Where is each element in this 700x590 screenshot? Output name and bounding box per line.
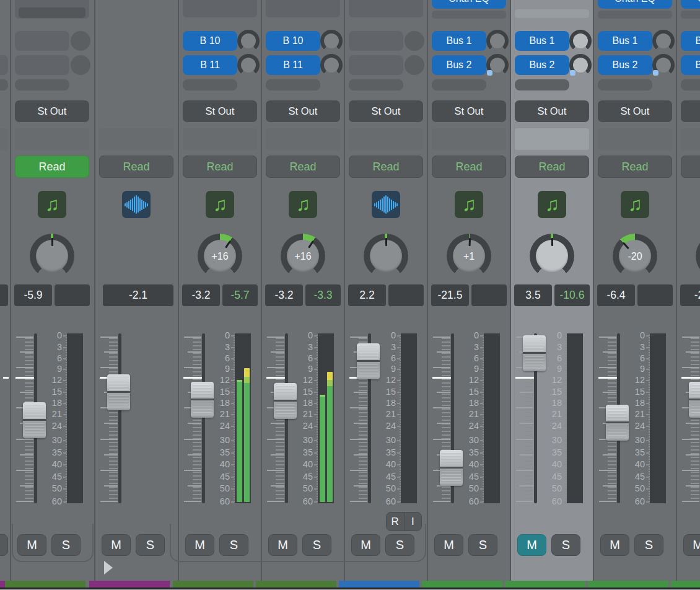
plugin-slot-chan-eq[interactable]: Chan EQ [432, 0, 506, 9]
track-name-box[interactable] [0, 128, 8, 150]
mute-button[interactable]: M [434, 534, 463, 556]
send-slot[interactable]: Bus 2 [681, 55, 700, 75]
output-button[interactable]: St Out [183, 100, 257, 122]
send-empty-slot[interactable] [15, 55, 69, 75]
track-icon-audio[interactable] [122, 191, 151, 218]
track-name-box[interactable] [598, 128, 672, 150]
plugin-empty-slot[interactable] [515, 9, 589, 18]
fader-cap[interactable] [689, 382, 700, 418]
output-button[interactable]: St Out [432, 100, 506, 122]
track-name-box[interactable] [183, 128, 257, 150]
solo-button[interactable]: S [634, 534, 663, 556]
automation-read-button[interactable]: Read [598, 156, 672, 178]
automation-read-button[interactable]: Read [349, 156, 423, 178]
send-half-slot[interactable] [266, 79, 320, 90]
automation-read-button[interactable]: Read [99, 156, 173, 178]
send-slot[interactable]: B 10 [266, 31, 320, 51]
automation-read-button[interactable]: Read [15, 156, 89, 178]
track-icon-midi[interactable]: ♫ [38, 191, 66, 218]
mute-button[interactable]: M [683, 534, 700, 556]
output-button[interactable]: St Out [266, 100, 340, 122]
send-half-slot[interactable] [15, 79, 69, 90]
automation-read-button[interactable]: Read [681, 156, 700, 178]
audio-fx-slot-box[interactable] [266, 0, 340, 17]
plugin-slot-chan-eq[interactable]: Chan EQ [681, 0, 700, 9]
send-knob[interactable] [486, 30, 509, 52]
fader-cap[interactable] [606, 405, 629, 441]
send-slot[interactable]: Bus 1 [681, 31, 700, 51]
send-half-slot[interactable] [183, 79, 237, 90]
peak-value[interactable] [55, 284, 90, 306]
volume-value[interactable]: -2.1 [103, 284, 173, 306]
automation-read-button[interactable]: Read [515, 156, 589, 178]
send-half-slot[interactable] [432, 79, 486, 90]
automation-read-button[interactable]: Read [183, 156, 257, 178]
send-half-slot[interactable] [681, 79, 700, 90]
peak-value[interactable]: -3.3 [305, 284, 341, 306]
send-slot[interactable]: B 11 [183, 55, 237, 75]
plugin-slot-chan-eq[interactable]: Chan EQ [598, 0, 672, 9]
output-button[interactable]: St Out [515, 100, 589, 122]
send-knob[interactable] [652, 54, 675, 76]
send-empty-slot[interactable] [349, 31, 403, 51]
peak-value[interactable] [388, 284, 424, 306]
send-knob[interactable] [237, 30, 260, 52]
send-slot[interactable]: Bus 2 [515, 55, 569, 75]
send-slot[interactable]: Bus 2 [432, 55, 486, 75]
peak-value[interactable]: -5.7 [222, 284, 258, 306]
send-slot[interactable]: Bus 2 [598, 55, 652, 75]
send-empty-knob[interactable] [405, 55, 424, 75]
plugin-empty-slot[interactable] [432, 11, 506, 19]
send-empty-slot[interactable] [0, 55, 8, 75]
send-empty-slot[interactable] [15, 31, 69, 51]
peak-value[interactable]: -10.6 [554, 284, 590, 306]
track-icon-midi[interactable]: ♫ [289, 191, 317, 218]
track-icon-midi[interactable]: ♫ [538, 191, 566, 218]
fader-cap[interactable] [523, 335, 546, 371]
volume-value[interactable]: -6.4 [597, 284, 635, 306]
send-knob[interactable] [569, 54, 592, 76]
plugin-empty-slot[interactable] [681, 11, 700, 19]
track-name-box[interactable] [349, 128, 423, 150]
send-half-slot[interactable] [515, 79, 569, 90]
peak-value[interactable] [471, 284, 507, 306]
solo-button[interactable] [0, 534, 8, 556]
send-knob[interactable] [237, 54, 260, 76]
fader-cap[interactable] [440, 450, 463, 486]
volume-value[interactable]: -3.2 [182, 284, 220, 306]
track-name-box[interactable] [515, 128, 589, 150]
send-half-slot[interactable] [349, 79, 403, 90]
output-button[interactable]: St Out [598, 100, 672, 122]
send-slot[interactable]: B 10 [183, 31, 237, 51]
fader-cap[interactable] [191, 382, 214, 418]
send-half-slot[interactable] [598, 79, 652, 90]
audio-fx-empty-slot[interactable] [19, 7, 85, 18]
send-empty-knob[interactable] [405, 31, 424, 51]
audio-fx-slot-box[interactable] [183, 0, 257, 17]
peak-value[interactable] [0, 284, 8, 306]
fader-cap[interactable] [107, 374, 130, 410]
track-icon-audio[interactable] [372, 191, 400, 218]
send-knob[interactable] [320, 54, 343, 76]
solo-button[interactable]: S [468, 534, 497, 556]
volume-value[interactable]: -3.2 [265, 284, 303, 306]
send-half-slot[interactable] [0, 79, 8, 90]
plugin-empty-slot[interactable] [598, 11, 672, 19]
volume-value[interactable]: -2 [680, 284, 700, 306]
send-slot[interactable]: Bus 1 [515, 31, 569, 51]
solo-button[interactable]: S [136, 534, 165, 556]
track-name-box[interactable] [681, 128, 700, 150]
solo-button[interactable]: S [551, 534, 580, 556]
track-icon-midi[interactable]: ♫ [455, 191, 483, 218]
volume-value[interactable]: -21.5 [431, 284, 469, 306]
mute-button[interactable]: M [102, 534, 131, 556]
send-empty-slot[interactable] [349, 55, 403, 75]
volume-value[interactable]: -5.9 [14, 284, 52, 306]
send-slot[interactable]: B 11 [266, 55, 320, 75]
track-icon-midi[interactable]: ♫ [621, 191, 649, 218]
output-button[interactable]: St Out [349, 100, 423, 122]
output-button[interactable]: St Out [15, 100, 89, 122]
audio-fx-slot-box[interactable] [349, 0, 423, 17]
send-knob[interactable] [569, 30, 592, 52]
automation-read-button[interactable]: Read [266, 156, 340, 178]
